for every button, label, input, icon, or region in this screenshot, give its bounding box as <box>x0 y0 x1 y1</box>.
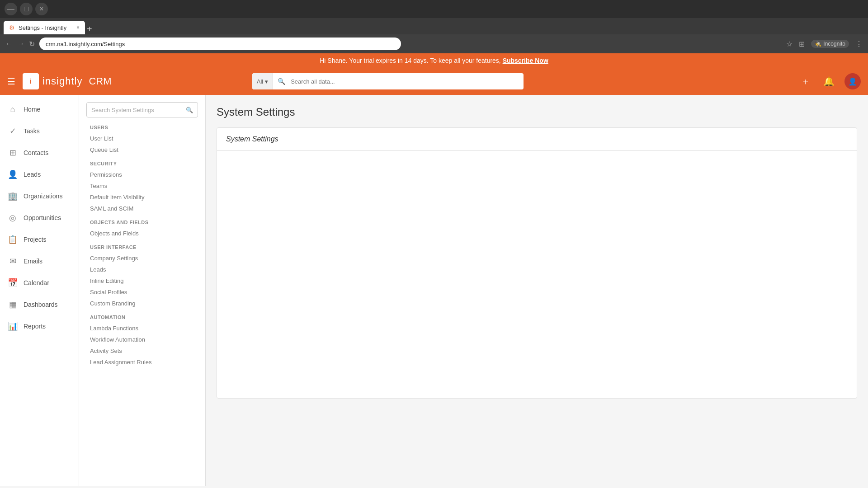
left-nav-sidebar: ⌂ Home ✓ Tasks ⊞ Contacts 👤 Leads 🏢 Orga… <box>0 95 79 486</box>
section-title-user-interface: USER INTERFACE <box>90 244 198 250</box>
app-logo: i insightly CRM <box>23 73 112 89</box>
sidebar-item-label: Emails <box>24 258 42 265</box>
bell-icon: 🔔 <box>823 76 835 87</box>
sidebar-item-dashboards[interactable]: ▦ Dashboards <box>0 294 79 315</box>
sidebar-item-label: Tasks <box>24 127 40 135</box>
settings-link-saml-scim[interactable]: SAML and SCIM <box>86 203 198 214</box>
sidebar-item-reports[interactable]: 📊 Reports <box>0 315 79 337</box>
browser-menu-icon[interactable]: ⋮ <box>855 40 863 48</box>
sidebar-item-opportunities[interactable]: ◎ Opportunities <box>0 207 79 229</box>
back-button[interactable]: ← <box>5 40 13 48</box>
bookmark-icon[interactable]: ☆ <box>786 40 793 48</box>
section-title-automation: AUTOMATION <box>90 314 198 320</box>
settings-link-permissions[interactable]: Permissions <box>86 169 198 180</box>
search-filter-dropdown[interactable]: All ▾ <box>252 73 273 89</box>
tab-bar: ⚙ Settings - Insightly × + <box>0 18 868 34</box>
sidebar-item-label: Reports <box>24 323 46 330</box>
search-filter-chevron-icon: ▾ <box>265 78 268 85</box>
user-icon: 👤 <box>848 77 857 86</box>
sidebar-item-label: Dashboards <box>24 301 58 308</box>
settings-sidebar: Search System Settings 🔍 USERS User List… <box>79 95 206 486</box>
settings-link-workflow-automation[interactable]: Workflow Automation <box>86 334 198 345</box>
settings-link-inline-editing[interactable]: Inline Editing <box>86 275 198 286</box>
window-controls: — □ × <box>5 3 48 15</box>
calendar-icon: 📅 <box>7 277 18 288</box>
dashboards-icon: ▦ <box>7 299 18 310</box>
search-icon: 🔍 <box>273 78 285 85</box>
tab-title: Settings - Insightly <box>19 24 66 31</box>
maximize-button[interactable]: □ <box>20 3 33 15</box>
search-filter-label: All <box>257 78 263 85</box>
close-button[interactable]: × <box>35 3 48 15</box>
section-title-users: USERS <box>90 125 198 130</box>
leads-icon: 👤 <box>7 169 18 180</box>
projects-icon: 📋 <box>7 234 18 245</box>
header-actions: ＋ 🔔 👤 <box>797 73 861 89</box>
sidebar-item-label: Leads <box>24 171 41 178</box>
global-search-bar[interactable]: All ▾ 🔍 <box>252 73 524 89</box>
section-title-security: SECURITY <box>90 161 198 166</box>
settings-link-company-settings[interactable]: Company Settings <box>86 253 198 264</box>
settings-link-activity-sets[interactable]: Activity Sets <box>86 345 198 357</box>
settings-link-leads[interactable]: Leads <box>86 264 198 275</box>
search-placeholder-text: Search System Settings <box>91 107 154 113</box>
incognito-label: Incognito <box>823 41 845 47</box>
add-button[interactable]: ＋ <box>797 73 814 89</box>
settings-link-lead-assignment-rules[interactable]: Lead Assignment Rules <box>86 357 198 368</box>
settings-link-queue-list[interactable]: Queue List <box>86 144 198 155</box>
contacts-icon: ⊞ <box>7 147 18 158</box>
tab-close-button[interactable]: × <box>76 24 80 31</box>
settings-link-teams[interactable]: Teams <box>86 180 198 192</box>
sidebar-item-home[interactable]: ⌂ Home <box>0 99 79 120</box>
logo-text: insightly <box>42 75 82 87</box>
reports-icon: 📊 <box>7 321 18 332</box>
address-input[interactable]: crm.na1.insightly.com/Settings <box>39 38 401 50</box>
sidebar-item-calendar[interactable]: 📅 Calendar <box>0 272 79 294</box>
sidebar-item-label: Calendar <box>24 279 49 286</box>
search-input[interactable] <box>285 78 524 85</box>
app-layout: ⌂ Home ✓ Tasks ⊞ Contacts 👤 Leads 🏢 Orga… <box>0 95 868 486</box>
minimize-button[interactable]: — <box>5 3 17 15</box>
emails-icon: ✉ <box>7 256 18 267</box>
sidebar-item-projects[interactable]: 📋 Projects <box>0 229 79 250</box>
sidebar-item-label: Contacts <box>24 149 48 156</box>
sidebar-item-organizations[interactable]: 🏢 Organizations <box>0 185 79 207</box>
notifications-button[interactable]: 🔔 <box>821 73 837 89</box>
incognito-badge: 🕵 Incognito <box>811 40 849 48</box>
settings-link-lambda-functions[interactable]: Lambda Functions <box>86 323 198 334</box>
add-icon: ＋ <box>801 75 810 88</box>
sidebar-item-contacts[interactable]: ⊞ Contacts <box>0 142 79 164</box>
page-title: System Settings <box>217 106 857 118</box>
search-icon: 🔍 <box>186 107 193 113</box>
address-text: crm.na1.insightly.com/Settings <box>46 41 125 47</box>
new-tab-button[interactable]: + <box>87 24 92 34</box>
refresh-button[interactable]: ↻ <box>29 40 35 48</box>
tab-favicon: ⚙ <box>9 24 15 31</box>
active-tab[interactable]: ⚙ Settings - Insightly × <box>4 21 85 34</box>
settings-link-objects-fields[interactable]: Objects and Fields <box>86 228 198 239</box>
logo-crm-text: CRM <box>89 75 111 87</box>
content-panel-header: System Settings <box>217 128 857 151</box>
browser-toolbar-right: ☆ ⊞ 🕵 Incognito ⋮ <box>786 40 863 48</box>
tasks-icon: ✓ <box>7 126 18 136</box>
subscribe-link[interactable]: Subscribe Now <box>503 57 548 64</box>
user-avatar[interactable]: 👤 <box>844 73 861 89</box>
settings-link-default-item-visibility[interactable]: Default Item Visibility <box>86 192 198 203</box>
forward-button[interactable]: → <box>17 40 24 48</box>
trial-message: Hi Shane. Your trial expires in 14 days.… <box>320 57 501 64</box>
extensions-icon[interactable]: ⊞ <box>799 40 805 48</box>
settings-search-box[interactable]: Search System Settings 🔍 <box>86 102 198 117</box>
settings-link-user-list[interactable]: User List <box>86 133 198 144</box>
hamburger-menu-icon[interactable]: ☰ <box>7 76 15 87</box>
trial-banner: Hi Shane. Your trial expires in 14 days.… <box>0 53 868 68</box>
sidebar-item-label: Projects <box>24 236 47 243</box>
logo-icon: i <box>23 73 39 89</box>
opportunities-icon: ◎ <box>7 212 18 223</box>
sidebar-item-label: Home <box>24 106 40 113</box>
settings-link-social-profiles[interactable]: Social Profiles <box>86 286 198 298</box>
settings-link-custom-branding[interactable]: Custom Branding <box>86 298 198 309</box>
organizations-icon: 🏢 <box>7 191 18 202</box>
sidebar-item-tasks[interactable]: ✓ Tasks <box>0 120 79 142</box>
sidebar-item-leads[interactable]: 👤 Leads <box>0 164 79 185</box>
sidebar-item-emails[interactable]: ✉ Emails <box>0 250 79 272</box>
